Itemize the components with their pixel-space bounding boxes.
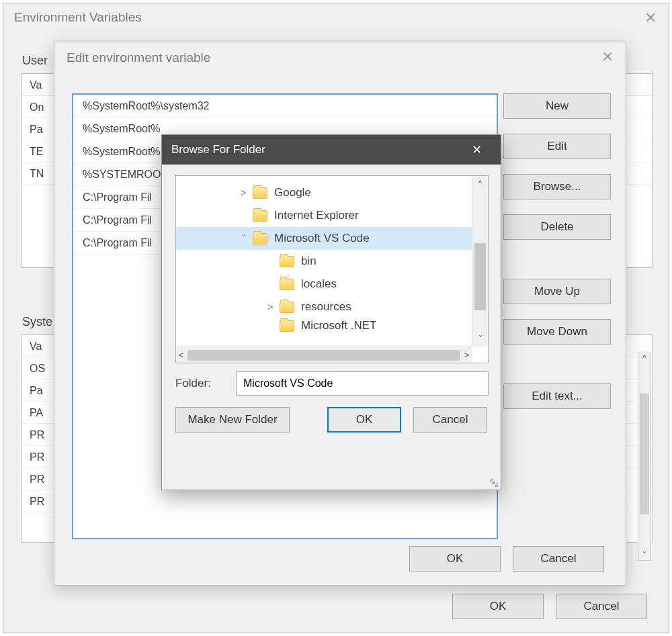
browse-button[interactable]: Browse...: [503, 174, 611, 199]
tree-node[interactable]: Microsoft .NET: [176, 318, 472, 333]
tree-node[interactable]: >resources: [176, 296, 472, 318]
edit-text-button[interactable]: Edit text...: [503, 383, 611, 409]
move-up-button[interactable]: Move Up: [503, 279, 611, 304]
resize-grip-icon[interactable]: [489, 478, 498, 487]
cancel-button[interactable]: Cancel: [556, 594, 647, 619]
chevron-right-icon[interactable]: >: [237, 187, 250, 198]
tree-vertical-scrollbar[interactable]: ^ ˅: [472, 176, 488, 347]
tree-node[interactable]: >Google: [176, 181, 472, 204]
browse-title: Browse For Folder: [171, 135, 265, 165]
tree-horizontal-scrollbar[interactable]: < >: [176, 347, 472, 363]
close-icon[interactable]: ✕: [462, 135, 491, 165]
env-title: Environment Variables: [3, 3, 669, 33]
folder-icon: [253, 187, 267, 199]
tree-node[interactable]: locales: [176, 273, 472, 296]
close-icon[interactable]: ✕: [589, 42, 626, 72]
ok-button[interactable]: OK: [452, 594, 544, 619]
chevron-right-icon[interactable]: >: [263, 302, 277, 312]
folder-icon: [280, 302, 294, 313]
system-list-scrollbar[interactable]: [638, 353, 651, 561]
new-button[interactable]: New: [503, 93, 611, 119]
folder-icon: [253, 233, 267, 244]
tree-node-label: locales: [301, 277, 337, 291]
folder-icon: [280, 279, 294, 290]
close-icon[interactable]: ✕: [632, 3, 669, 33]
move-down-button[interactable]: Move Down: [503, 319, 611, 345]
folder-name-input[interactable]: [236, 371, 489, 396]
tree-node-label: Internet Explorer: [274, 209, 359, 222]
scrollbar-thumb[interactable]: [187, 350, 460, 361]
ok-button[interactable]: OK: [327, 407, 401, 433]
folder-icon: [280, 320, 294, 332]
ok-button[interactable]: OK: [409, 546, 501, 572]
folder-icon: [280, 256, 294, 267]
edit-button[interactable]: Edit: [503, 134, 611, 159]
tree-node-label: Microsoft .NET: [301, 319, 376, 332]
tree-node-label: bin: [301, 255, 317, 268]
scroll-down-icon[interactable]: ˅: [472, 332, 488, 347]
cancel-button[interactable]: Cancel: [513, 546, 604, 572]
cancel-button[interactable]: Cancel: [413, 407, 487, 433]
list-item[interactable]: %SystemRoot%\system32: [73, 95, 497, 118]
browse-for-folder-dialog: Browse For Folder ✕ >GoogleInternet Expl…: [161, 134, 501, 490]
tree-node[interactable]: Internet Explorer: [176, 204, 472, 227]
scroll-up-icon[interactable]: ^: [472, 176, 488, 191]
folder-tree[interactable]: >GoogleInternet Explorer˅Microsoft VS Co…: [175, 175, 489, 363]
delete-button[interactable]: Delete: [503, 214, 611, 240]
edit-dialog-title: Edit environment variable: [54, 42, 626, 73]
chevron-down-icon[interactable]: ˅: [237, 233, 250, 244]
folder-label: Folder:: [175, 377, 211, 390]
tree-node[interactable]: ˅Microsoft VS Code: [176, 227, 472, 250]
tree-node[interactable]: bin: [176, 250, 472, 273]
browse-titlebar[interactable]: Browse For Folder ✕: [162, 135, 501, 165]
tree-node-label: Google: [274, 186, 311, 199]
scrollbar-thumb[interactable]: [640, 394, 649, 514]
scroll-right-icon[interactable]: >: [464, 351, 469, 360]
scrollbar-thumb[interactable]: [474, 243, 486, 310]
tree-node-label: Microsoft VS Code: [274, 232, 370, 245]
folder-icon: [253, 210, 267, 222]
make-new-folder-button[interactable]: Make New Folder: [175, 407, 290, 433]
scroll-left-icon[interactable]: <: [179, 351, 183, 360]
tree-node-label: resources: [301, 300, 351, 314]
